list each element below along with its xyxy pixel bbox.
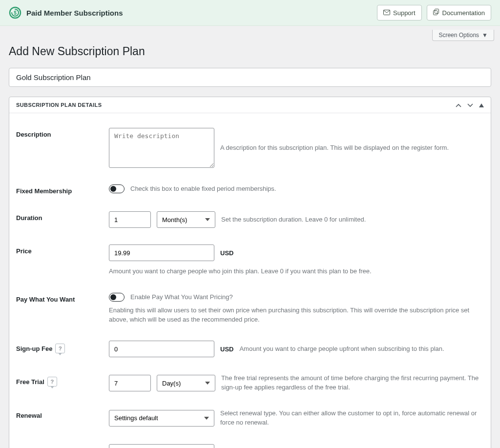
move-down-icon[interactable] (467, 101, 473, 109)
label-renewal: Renewal (16, 409, 109, 419)
row-description: Description A description for this subsc… (16, 128, 484, 168)
row-duration: Duration Month(s) Set the subscription d… (16, 211, 484, 228)
price-currency: USD (220, 249, 233, 257)
help-free-trial: The free trial represents the amount of … (221, 374, 480, 392)
row-free-trial: Free Trial ? Day(s) The free trial repre… (16, 374, 484, 392)
documentation-button[interactable]: Documentation (427, 5, 491, 20)
postbox-title: SUBSCRIPTION PLAN DETAILS (16, 102, 102, 108)
row-signup-fee: Sign-up Fee ? USD Amount you want to cha… (16, 341, 484, 357)
control-fixed-membership: Check this box to enable fixed period me… (109, 184, 276, 194)
help-tooltip-icon[interactable]: ? (55, 344, 65, 353)
free-trial-unit-select[interactable]: Day(s) (157, 375, 215, 391)
row-status: Status Active Only active subscription p… (16, 444, 484, 448)
move-up-icon[interactable] (456, 101, 461, 109)
plan-title-input[interactable] (9, 68, 491, 87)
duration-unit-select[interactable]: Month(s) (157, 211, 215, 228)
signup-fee-input[interactable] (109, 341, 214, 357)
documentation-label: Documentation (442, 9, 485, 17)
label-description: Description (16, 128, 109, 138)
row-price: Price USD Amount you want to charge peop… (16, 244, 484, 276)
header-right: Support Documentation (377, 5, 491, 20)
page-content: Add New Subscription Plan SUBSCRIPTION P… (0, 45, 500, 448)
help-pwyw-inline: Enable Pay What You Want Pricing? (130, 293, 233, 302)
duration-input[interactable] (109, 211, 151, 228)
plugin-title: Paid Member Subscriptions (26, 9, 123, 17)
label-duration: Duration (16, 211, 109, 222)
price-input[interactable] (109, 244, 214, 261)
control-duration: Month(s) Set the subscription duration. … (109, 211, 366, 228)
postbox-header: SUBSCRIPTION PLAN DETAILS (9, 97, 491, 113)
control-pwyw: Enable Pay What You Want Pricing? Enabli… (109, 293, 480, 325)
control-signup-fee: USD Amount you want to charge people upf… (109, 341, 444, 357)
screen-options-row: Screen Options ▼ (0, 26, 500, 41)
label-price: Price (16, 244, 109, 255)
toggle-panel-icon[interactable] (479, 101, 484, 109)
description-textarea[interactable] (109, 128, 214, 168)
control-price: USD Amount you want to charge people who… (109, 244, 484, 276)
control-description: A description for this subscription plan… (109, 128, 449, 168)
help-tooltip-icon[interactable]: ? (47, 377, 57, 387)
header-left: $ Paid Member Subscriptions (9, 6, 123, 19)
help-fixed-membership: Check this box to enable fixed period me… (130, 184, 276, 194)
signup-fee-currency: USD (220, 346, 233, 353)
control-renewal: Settings default Select renewal type. Yo… (109, 409, 479, 428)
chevron-down-icon: ▼ (482, 32, 488, 39)
help-duration: Set the subscription duration. Leave 0 f… (221, 215, 366, 224)
support-label: Support (393, 9, 416, 17)
fixed-membership-toggle[interactable] (109, 184, 125, 193)
postbox-handles (456, 101, 484, 109)
label-free-trial-text: Free Trial (16, 378, 44, 386)
row-fixed-membership: Fixed Membership Check this box to enabl… (16, 184, 484, 195)
svg-rect-4 (435, 9, 438, 14)
help-signup-fee: Amount you want to charge people upfront… (239, 345, 444, 354)
plan-details-postbox: SUBSCRIPTION PLAN DETAILS Description A … (9, 97, 491, 448)
copy-icon (433, 9, 439, 17)
row-renewal: Renewal Settings default Select renewal … (16, 409, 484, 428)
help-description: A description for this subscription plan… (220, 143, 449, 153)
help-price: Amount you want to charge people who joi… (109, 267, 372, 276)
free-trial-input[interactable] (109, 375, 151, 391)
label-signup-fee: Sign-up Fee ? (16, 341, 109, 353)
page-title: Add New Subscription Plan (9, 45, 491, 58)
renewal-select[interactable]: Settings default (109, 410, 214, 427)
row-pwyw: Pay What You Want Enable Pay What You Wa… (16, 293, 484, 325)
postbox-body: Description A description for this subsc… (9, 113, 491, 448)
label-pwyw: Pay What You Want (16, 293, 109, 303)
label-free-trial: Free Trial ? (16, 374, 109, 387)
plugin-logo-icon: $ (9, 6, 21, 19)
screen-options-button[interactable]: Screen Options ▼ (432, 30, 494, 41)
plugin-header: $ Paid Member Subscriptions Support Docu… (0, 0, 500, 26)
pwyw-toggle[interactable] (109, 293, 125, 302)
control-free-trial: Day(s) The free trial represents the amo… (109, 374, 480, 392)
label-fixed-membership: Fixed Membership (16, 184, 109, 195)
svg-rect-3 (433, 11, 437, 15)
label-status: Status (16, 444, 109, 448)
mail-icon (383, 9, 390, 17)
status-select[interactable]: Active (109, 444, 214, 448)
screen-options-label: Screen Options (438, 32, 479, 39)
label-signup-fee-text: Sign-up Fee (16, 345, 52, 352)
help-pwyw-block: Enabling this will allow users to set th… (109, 306, 480, 325)
help-renewal: Select renewal type. You can either allo… (220, 409, 479, 428)
control-status: Active Only active subscription plans wi… (109, 444, 385, 448)
support-button[interactable]: Support (377, 5, 422, 20)
svg-text:$: $ (14, 10, 17, 16)
